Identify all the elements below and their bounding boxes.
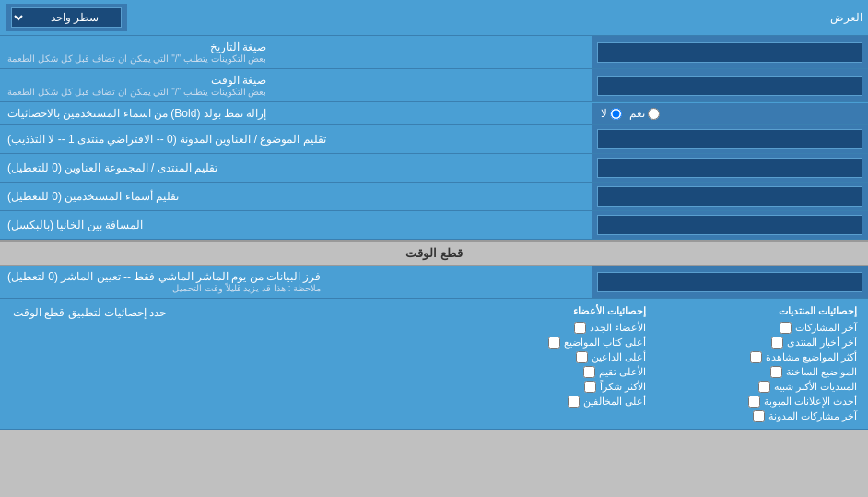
- checkboxes-grid: إحصائيات المنتديات آخر المشاركات آخر أخب…: [441, 302, 862, 425]
- member-stats-title: إحصائيات الأعضاء: [447, 305, 647, 317]
- checkbox-last-news[interactable]: [771, 337, 783, 349]
- checkbox-top-violators[interactable]: [568, 396, 580, 408]
- checkbox-hot-topics[interactable]: [770, 366, 782, 378]
- time-cut-label: فرز البيانات من يوم الماشر الماشي فقط --…: [0, 266, 592, 298]
- bold-radio-group: نعم لا: [592, 103, 868, 124]
- date-format-input-wrapper: d-m: [592, 36, 868, 68]
- checkbox-new-members[interactable]: [574, 322, 586, 334]
- bold-label: إزالة نمط بولد (Bold) من اسماء المستخدمي…: [0, 102, 592, 124]
- checkbox-top-rated[interactable]: [583, 366, 595, 378]
- topics-trim-row: 33 تقليم الموضوع / العناوين المدونة (0 -…: [0, 125, 868, 154]
- time-format-row: H:i صيغة الوقت بعض التكوينات يتطلب "/" ا…: [0, 69, 868, 102]
- date-format-row: d-m صيغة التاريخ بعض التكوينات يتطلب "/"…: [0, 36, 868, 69]
- checkbox-item: أعلى المخالفين: [447, 396, 647, 408]
- time-cut-input[interactable]: 0: [597, 272, 862, 292]
- bold-no-label[interactable]: لا: [601, 107, 622, 120]
- stats-limit-label: حدد إحصائيات لتطبيق قطع الوقت: [13, 306, 166, 319]
- checkbox-classifieds[interactable]: [748, 396, 760, 408]
- forum-stats-title: إحصائيات المنتديات: [658, 305, 858, 317]
- topics-trim-label: تقليم الموضوع / العناوين المدونة (0 -- ا…: [0, 125, 592, 153]
- display-mode-row: العرض سطر واحد سطرين ثلاثة أسطر: [0, 0, 868, 36]
- users-trim-input[interactable]: 0: [597, 186, 862, 207]
- checkbox-most-popular[interactable]: [758, 381, 770, 393]
- bold-yes-radio[interactable]: [648, 108, 660, 120]
- checkbox-top-inviters[interactable]: [576, 351, 588, 363]
- users-trim-label: تقليم أسماء المستخدمين (0 للتعطيل): [0, 183, 592, 210]
- checkbox-blog-posts[interactable]: [753, 410, 765, 422]
- checkbox-item: الأعضاء الجدد: [447, 322, 647, 334]
- main-container: العرض سطر واحد سطرين ثلاثة أسطر d-m صيغة…: [0, 0, 868, 430]
- time-format-label: صيغة الوقت بعض التكوينات يتطلب "/" التي …: [0, 69, 592, 101]
- checkbox-item: أحدث الإعلانات المبوبة: [658, 396, 858, 408]
- forum-trim-row: 33 تقليم المنتدى / المجموعة العناوين (0 …: [0, 154, 868, 183]
- checkbox-item: أكثر المواضيع مشاهدة: [658, 351, 858, 363]
- checkbox-most-viewed[interactable]: [750, 351, 762, 363]
- forum-trim-input-wrapper: 33: [592, 154, 868, 182]
- time-cut-row: 0 فرز البيانات من يوم الماشر الماشي فقط …: [0, 266, 868, 299]
- bold-row: نعم لا إزالة نمط بولد (Bold) من اسماء ال…: [0, 102, 868, 125]
- bold-yes-label[interactable]: نعم: [629, 107, 660, 120]
- date-format-input[interactable]: d-m: [597, 42, 862, 63]
- checkbox-item: آخر مشاركات المدونة: [658, 410, 858, 422]
- checkbox-item: المنتديات الأكثر شبية: [658, 381, 858, 393]
- spacing-input-wrapper: 2: [592, 211, 868, 239]
- forum-trim-input[interactable]: 33: [597, 158, 862, 178]
- time-format-input[interactable]: H:i: [597, 76, 862, 96]
- spacing-row: 2 المسافة بين الخانيا (بالبكسل): [0, 211, 868, 240]
- checkbox-item: المواضيع الساخنة: [658, 366, 858, 378]
- checkbox-item: آخر المشاركات: [658, 322, 858, 334]
- checkbox-item: الأعلى تقيم: [447, 366, 647, 378]
- checkbox-item: الأكثر شكراً: [447, 381, 647, 393]
- display-mode-select[interactable]: سطر واحد سطرين ثلاثة أسطر: [11, 7, 122, 28]
- users-trim-input-wrapper: 0: [592, 183, 868, 210]
- forum-trim-label: تقليم المنتدى / المجموعة العناوين (0 للت…: [0, 154, 592, 182]
- topics-trim-input[interactable]: 33: [597, 129, 862, 149]
- spacing-label: المسافة بين الخانيا (بالبكسل): [0, 211, 592, 239]
- checkbox-item: أعلى الداعين: [447, 351, 647, 363]
- member-stats-col: إحصائيات الأعضاء الأعضاء الجدد أعلى كتاب…: [441, 302, 652, 425]
- users-trim-row: 0 تقليم أسماء المستخدمين (0 للتعطيل): [0, 183, 868, 211]
- time-section-header: قطع الوقت: [0, 240, 868, 266]
- display-mode-select-wrapper: سطر واحد سطرين ثلاثة أسطر: [6, 4, 127, 31]
- checkbox-top-writers[interactable]: [548, 337, 560, 349]
- date-format-label: صيغة التاريخ بعض التكوينات يتطلب "/" الت…: [0, 36, 592, 68]
- checkbox-item: آخر أخبار المنتدى: [658, 337, 858, 349]
- spacing-input[interactable]: 2: [597, 215, 862, 235]
- checkbox-most-thanked[interactable]: [584, 381, 596, 393]
- topics-trim-input-wrapper: 33: [592, 125, 868, 153]
- checkbox-last-posts[interactable]: [780, 322, 792, 334]
- checkbox-item: أعلى كتاب المواضيع: [447, 337, 647, 349]
- stats-checkboxes-area: إحصائيات المنتديات آخر المشاركات آخر أخب…: [0, 299, 868, 430]
- forum-stats-col: إحصائيات المنتديات آخر المشاركات آخر أخب…: [652, 302, 863, 425]
- display-mode-label: العرض: [127, 11, 862, 24]
- time-cut-input-wrapper: 0: [592, 266, 868, 298]
- time-format-input-wrapper: H:i: [592, 69, 868, 101]
- bold-no-radio[interactable]: [610, 108, 622, 120]
